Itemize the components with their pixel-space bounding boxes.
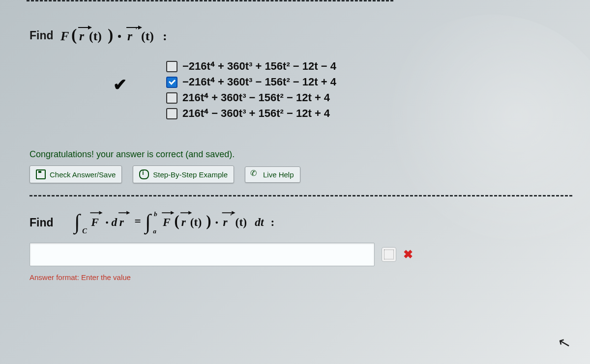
svg-text:(t): (t) (141, 29, 154, 43)
step-by-step-button[interactable]: Step-By-Step Example (133, 166, 234, 183)
svg-text:F: F (60, 29, 69, 43)
svg-text:): ) (108, 26, 113, 44)
section-divider-top (27, 0, 393, 1)
svg-text:(: ( (174, 213, 179, 229)
checkbox-icon[interactable] (166, 77, 177, 88)
q1-option-2[interactable]: 216t⁴ + 360t³ − 156t² − 12t + 4 (166, 91, 336, 104)
svg-marker-33 (188, 211, 192, 215)
q1-option-3-text: 216t⁴ − 360t³ + 156t² − 12t + 4 (182, 107, 330, 120)
q1-option-0[interactable]: −216t⁴ + 360t³ + 156t² − 12t − 4 (166, 60, 336, 73)
check-save-label: Check Answer/Save (50, 170, 116, 179)
question-sheet: Find F ( r (t) ) r ′ (t) : (20, 15, 582, 364)
svg-text:b: b (154, 210, 157, 218)
svg-text:r: r (119, 216, 124, 228)
svg-marker-39 (232, 211, 235, 215)
live-help-label: Live Help (263, 170, 294, 179)
q1-find-label: Find (30, 29, 54, 42)
svg-text:d: d (111, 216, 117, 228)
svg-text:F: F (162, 216, 171, 228)
svg-text:r: r (181, 216, 186, 228)
svg-marker-22 (126, 211, 130, 215)
step-example-label: Step-By-Step Example (153, 170, 228, 179)
svg-text:): ) (206, 213, 211, 229)
checkmark-icon: ✔ (113, 75, 127, 94)
svg-marker-29 (171, 211, 174, 215)
info-icon (139, 169, 149, 179)
phone-icon (251, 170, 259, 178)
q2-answer-row: ✖ (30, 243, 572, 266)
svg-text::: : (163, 29, 167, 43)
svg-text::: : (270, 216, 274, 228)
svg-text:a: a (153, 227, 156, 235)
q1-math-expression: F ( r (t) ) r ′ (t) : (60, 25, 188, 46)
svg-text:(: ( (71, 26, 77, 44)
q1-option-1[interactable]: −216t⁴ + 360t³ − 156t² − 12t + 4 (166, 76, 336, 88)
q1-option-1-text: −216t⁴ + 360t³ − 156t² − 12t + 4 (182, 76, 336, 88)
q2-find-label: Find (30, 216, 54, 229)
clear-x-icon[interactable]: ✖ (403, 248, 413, 261)
svg-text:=: = (134, 215, 141, 227)
svg-text:′: ′ (230, 212, 232, 221)
check-answer-save-button[interactable]: Check Answer/Save (30, 166, 122, 183)
feedback-congrats: Congratulations! your answer is correct … (30, 149, 572, 160)
svg-text:F: F (90, 216, 99, 228)
svg-text:(t): (t) (235, 216, 246, 228)
svg-point-37 (215, 222, 218, 224)
svg-marker-17 (99, 211, 102, 215)
svg-text:r: r (79, 29, 85, 43)
svg-point-7 (118, 35, 121, 38)
q2-math-expression: ∫ C F d r = ∫ b a F (61, 209, 317, 236)
svg-text:C: C (82, 227, 87, 235)
svg-text:r: r (127, 29, 133, 43)
svg-text:′: ′ (135, 26, 138, 35)
action-buttons: Check Answer/Save Step-By-Step Example L… (30, 166, 572, 183)
checkbox-icon[interactable] (166, 108, 177, 119)
svg-text:r: r (223, 216, 228, 228)
svg-text:∫: ∫ (73, 210, 81, 235)
q1-option-3[interactable]: 216t⁴ − 360t³ + 156t² − 12t + 4 (166, 107, 336, 120)
svg-text:∫: ∫ (144, 210, 152, 235)
q1-options: −216t⁴ + 360t³ + 156t² − 12t − 4 −216t⁴ … (166, 60, 336, 120)
svg-text:(t): (t) (89, 29, 102, 43)
q2-format-hint: Answer format: Enter the value (30, 273, 572, 281)
q1-prompt: Find F ( r (t) ) r ′ (t) : (30, 25, 572, 46)
save-icon (36, 169, 46, 179)
live-help-button[interactable]: Live Help (245, 167, 300, 183)
q1-option-2-text: 216t⁴ + 360t³ − 156t² − 12t + 4 (182, 91, 330, 104)
section-divider (30, 195, 572, 196)
svg-text:(t): (t) (190, 216, 201, 228)
checkbox-icon[interactable] (166, 92, 177, 104)
q2-answer-input[interactable] (30, 243, 375, 266)
svg-point-19 (106, 222, 108, 224)
svg-text:dt: dt (255, 216, 265, 228)
q1-answer-block: ✔ −216t⁴ + 360t³ + 156t² − 12t − 4 −216t… (113, 60, 572, 120)
q2-prompt: Find ∫ C F d r = ∫ b a (30, 209, 572, 236)
checkbox-icon[interactable] (166, 61, 177, 72)
keypad-icon[interactable] (382, 247, 396, 262)
q1-option-0-text: −216t⁴ + 360t³ + 156t² − 12t − 4 (182, 60, 336, 73)
